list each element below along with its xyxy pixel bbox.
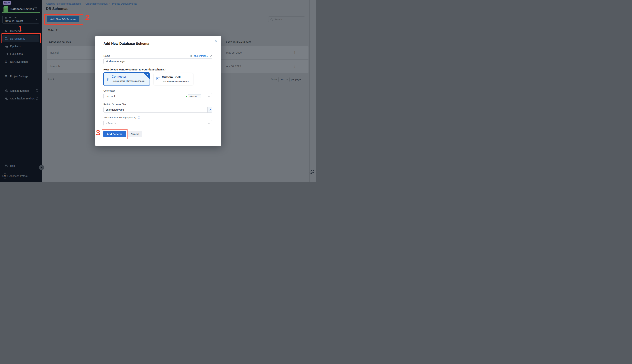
brand-divider <box>2 12 40 13</box>
pagination-show-label: Show <box>271 78 277 81</box>
annotation-number-1: 1 <box>18 24 23 33</box>
collapse-left-icon <box>41 166 42 168</box>
sidebar-divider <box>3 84 38 84</box>
option-title: Custom Shell <box>162 76 181 79</box>
search-box <box>268 16 305 22</box>
cancel-button[interactable]: Cancel <box>128 131 142 137</box>
id-prefix: Id : <box>190 54 193 57</box>
close-icon[interactable]: × <box>215 38 217 44</box>
info-icon <box>36 97 38 100</box>
chevron-down-icon <box>208 122 210 124</box>
header-divider <box>42 13 316 13</box>
scroll-edge-divider <box>309 0 310 182</box>
annotation-box-3 <box>102 129 127 139</box>
connector-label: Connector <box>103 89 115 92</box>
sidebar-item-db-governance[interactable]: ⚙ DB Governance <box>3 59 39 65</box>
connection-question: How do you want to connect to your data … <box>103 68 165 71</box>
governance-gear-icon: ⚙ <box>5 60 7 63</box>
schema-name: mux-sql <box>50 51 59 54</box>
breadcrumb-separator: › <box>83 2 83 5</box>
kebab-menu-icon[interactable]: ⋮ <box>293 64 296 68</box>
status-dot-green <box>186 96 187 97</box>
new-badge: NEW <box>3 1 11 4</box>
user-name[interactable]: Animesh Pathak <box>9 174 28 178</box>
connector-select[interactable]: mux-sql PROJECT <box>103 93 213 99</box>
last-update-date: Apr 30, 2025 <box>226 65 241 68</box>
id-value-link[interactable]: studentman... <box>194 54 208 57</box>
scope-badge: PROJECT <box>188 94 201 98</box>
breadcrumb: Account: kurosakiichigo.songoku › Organi… <box>46 2 136 5</box>
edit-pencil-icon[interactable] <box>210 54 213 57</box>
service-label: Associated Service (Optional) <box>103 116 140 119</box>
infinity-glyph: ∞ <box>4 7 6 12</box>
sidebar-collapse-handle[interactable] <box>39 165 44 170</box>
pagination-count: 2 of 2 <box>48 78 54 81</box>
sidebar-item-executions[interactable]: Executions <box>3 51 39 57</box>
breadcrumb-account[interactable]: Account: kurosakiichigo.songoku <box>46 2 81 5</box>
option-subtitle: Use my own custom script <box>162 80 189 83</box>
support-chat-icon[interactable] <box>309 169 315 175</box>
avatar[interactable]: AP <box>3 174 8 178</box>
chevron-down-icon <box>208 95 210 97</box>
app-title: Database DevOps <box>11 7 34 10</box>
chevron-down-icon <box>286 78 288 80</box>
connector-value: mux-sql <box>106 95 115 98</box>
page-size-select[interactable]: 10 <box>278 77 290 82</box>
info-icon <box>36 89 38 92</box>
schema-name-input[interactable] <box>103 58 213 64</box>
database-devops-logo: ∞ <box>3 6 9 13</box>
entity-id: Id : studentman... <box>190 54 213 57</box>
pagination-per-page-label: per page <box>291 78 301 81</box>
page-title: DB Schemas <box>46 6 68 11</box>
name-label: Name <box>103 54 110 57</box>
breadcrumb-org[interactable]: Organization: default <box>85 2 107 5</box>
chevron-right-icon <box>35 18 37 20</box>
breadcrumb-separator: › <box>109 2 110 5</box>
column-header-last-schema-update: LAST SCHEMA UPDATE <box>226 41 251 43</box>
option-card-custom-shell[interactable]: Custom Shell Use my own custom script <box>154 73 193 85</box>
search-input[interactable] <box>274 17 304 22</box>
annotation-box-2 <box>44 14 83 24</box>
sidebar-item-pipelines[interactable]: Pipelines <box>3 43 39 49</box>
settings-gear-icon: ⚙ <box>5 75 7 78</box>
app-root: NEW ∞ Database DevOps PROJECT Default Pr… <box>0 0 316 182</box>
sidebar-item-account-settings[interactable]: Account Settings <box>3 88 39 94</box>
annotation-box-1 <box>2 33 41 43</box>
sidebar-item-organization-settings[interactable]: Organization Settings <box>3 96 39 102</box>
org-hierarchy-icon <box>5 97 8 100</box>
annotation-number-2: 2 <box>85 13 89 22</box>
page-size-value: 10 <box>281 78 283 81</box>
service-placeholder: - Select - <box>106 122 116 125</box>
pin-icon <box>209 108 211 111</box>
breadcrumb-project[interactable]: Project: Default Project <box>112 2 137 5</box>
service-select[interactable]: - Select - <box>103 120 213 126</box>
total-count: Total: 2 <box>48 28 58 32</box>
annotation-number-3: 3 <box>96 128 100 137</box>
last-update-date: May 05, 2025 <box>226 51 242 54</box>
column-header-database-schema: DATABASE SCHEMA <box>49 41 71 43</box>
info-icon[interactable] <box>138 116 140 119</box>
modal-title: Add New Database Schema <box>103 42 149 46</box>
path-input[interactable] <box>104 107 206 112</box>
help-chat-icon: ? <box>5 164 8 168</box>
terminal-icon <box>156 76 160 80</box>
svg-text:?: ? <box>6 165 7 166</box>
check-icon: ✓ <box>147 73 149 76</box>
schema-name: demo-db <box>50 65 60 68</box>
sidebar-item-help[interactable]: ? Help <box>3 163 39 169</box>
kebab-menu-icon[interactable]: ⋮ <box>293 51 296 54</box>
path-field <box>103 107 213 113</box>
project-selector[interactable]: PROJECT Default Project <box>3 15 39 24</box>
app-switcher-icon[interactable] <box>34 7 37 10</box>
option-subtitle: Use standard Harness connector <box>112 80 145 82</box>
connector-fork-icon <box>106 77 110 82</box>
sidebar-item-project-settings[interactable]: ⚙ Project Settings <box>3 73 39 80</box>
option-card-connector[interactable]: ✓ Connector Use standard Harness connect… <box>103 72 150 86</box>
home-icon <box>5 29 8 33</box>
pipelines-icon <box>5 44 8 48</box>
project-type-label: PROJECT <box>9 16 19 18</box>
pin-slot[interactable] <box>207 107 212 112</box>
executions-icon <box>5 52 8 56</box>
layers-icon <box>5 89 8 92</box>
option-title: Connector <box>112 75 126 78</box>
